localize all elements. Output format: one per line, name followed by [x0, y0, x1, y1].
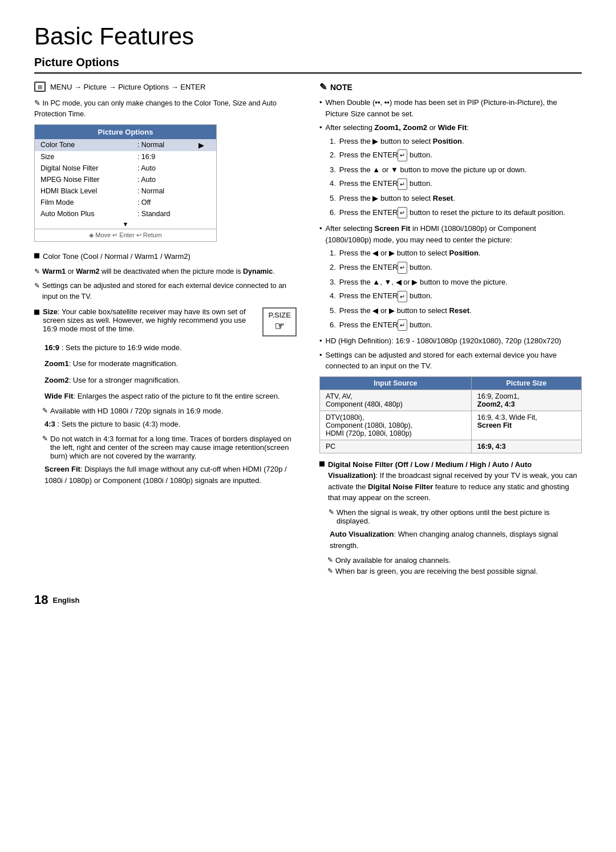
table-row: Digital Noise Filter : Auto — [35, 163, 216, 174]
step-text: Press the ENTER↵ button to reset the pic… — [339, 207, 565, 219]
hd-note-text: Available with HD 1080i / 720p signals i… — [50, 407, 223, 415]
pip-note: • When Double (▪▪, ▪▪) mode has been set… — [319, 97, 582, 119]
table-header-size: Picture Size — [471, 376, 581, 390]
table-cell-arrow — [193, 185, 216, 197]
color-tone-section: Color Tone (Cool / Normal / Warm1 / Warm… — [34, 251, 297, 262]
zoom-step-5: 5.Press the ▶ button to select Reset. — [330, 193, 582, 204]
4-3-note: ✎ Do not watch in 4:3 format for a long … — [42, 435, 297, 460]
input-source: DTV(1080i),Component (1080i, 1080p),HDMI… — [320, 411, 472, 440]
size-zoom2: Zoom2: Use for a stronger magnification. — [44, 375, 297, 386]
hd-note: ✎ Available with HD 1080i / 720p signals… — [42, 407, 297, 415]
input-size-table: Input Source Picture Size ATV, AV,Compon… — [319, 376, 582, 453]
page-title: Basic Features — [34, 23, 582, 50]
table-cell-value: : Standard — [132, 208, 193, 220]
psize-button: P.SIZE ☞ — [262, 307, 297, 336]
pip-note-text: When Double (▪▪, ▪▪) mode has been set i… — [326, 97, 582, 119]
size-4-3: 4:3 : Sets the picture to basic (4:3) mo… — [44, 419, 297, 430]
square-bullet-icon — [319, 461, 325, 466]
screen-fit-heading-text: After selecting Screen Fit in HDMI (1080… — [326, 223, 582, 245]
table-row: Size : 16:9 — [35, 151, 216, 163]
table-cell-label: HDMI Black Level — [35, 185, 132, 197]
table-row: HDMI Black Level : Normal — [35, 185, 216, 197]
pencil-icon: ✎ — [42, 407, 48, 415]
table-cell-arrow: ▶ — [193, 139, 216, 151]
table-cell-value: : Off — [132, 197, 193, 208]
dnf-note: ✎ When the signal is weak, try other opt… — [329, 508, 582, 525]
picture-size: 16:9, 4:3 — [471, 440, 581, 453]
page-number: 18 — [34, 593, 48, 607]
sf-step-5: 5.Press the ◀ or ▶ button to select Rese… — [330, 305, 582, 317]
table-cell-value: : 16:9 — [132, 151, 193, 163]
step-text: Press the ENTER↵ button. — [339, 262, 432, 274]
step-text: Press the ▲ or ▼ button to move the pict… — [339, 164, 527, 176]
auto-viz-note1-text: Only available for analog channels. — [335, 556, 451, 565]
menu-path-text: MENU → Picture → Picture Options → ENTER — [50, 83, 205, 91]
settings-note-text: Settings can be adjusted and stored for … — [326, 350, 582, 372]
pencil-icon: ✎ — [327, 567, 333, 575]
size-zoom1: Zoom1: Use for moderate magnification. — [44, 358, 297, 370]
table-cell-label: MPEG Noise Filter — [35, 174, 132, 185]
pc-mode-note: ✎ In PC mode, you can only make changes … — [34, 98, 297, 120]
color-tone-note2-text: Settings can be adjusted and stored for … — [42, 281, 297, 302]
pencil-icon: ✎ — [34, 281, 40, 291]
auto-viz-note2: ✎ When bar is green, you are receiving t… — [327, 567, 582, 575]
pencil-icon: ✎ — [34, 266, 40, 277]
table-cell-label: Film Mode — [35, 197, 132, 208]
pencil-icon: ✎ — [42, 435, 48, 443]
sf-step-1: 1.Press the ◀ or ▶ button to select Posi… — [330, 248, 582, 259]
section-title: Picture Options — [34, 56, 582, 74]
size-heading: Size: Your cable box/satellite receiver … — [43, 307, 297, 333]
size-16-9: 16:9 : Sets the picture to 16:9 wide mod… — [44, 342, 297, 354]
screen-fit: Screen Fit: Displays the full image with… — [44, 464, 297, 486]
zoom-heading-text: After selecting Zoom1, Zoom2 or Wide Fit… — [326, 122, 469, 133]
picture-size: 16:9, Zoom1,Zoom2, 4:3 — [471, 390, 581, 411]
table-cell-value: : Normal — [132, 185, 193, 197]
sf-step-2: 2.Press the ENTER↵ button. — [330, 262, 582, 274]
table-row: PC 16:9, 4:3 — [320, 440, 582, 453]
table-row: Auto Motion Plus : Standard — [35, 208, 216, 220]
step-text: Press the ENTER↵ button. — [339, 319, 432, 331]
bullet-dot: • — [319, 335, 322, 347]
step-text: Press the ▶ button to select Reset. — [339, 193, 455, 204]
menu-icon: ⊞ — [34, 82, 46, 92]
step-text: Press the ENTER↵ button. — [339, 149, 432, 161]
zoom-steps: 1.Press the ▶ button to select Position.… — [330, 136, 582, 219]
hd-def-note: • HD (High Definition): 16:9 - 1080i/108… — [319, 335, 582, 347]
menu-path: ⊞ MENU → Picture → Picture Options → ENT… — [34, 82, 297, 92]
table-header-source: Input Source — [320, 376, 472, 390]
pencil-icon: ✎ — [327, 556, 333, 564]
picture-options-footer: ◈ Move ↵ Enter ↩ Return — [35, 229, 216, 241]
auto-viz-note2-text: When bar is green, you are receiving the… — [335, 567, 538, 575]
pencil-icon: ✎ — [329, 508, 334, 516]
step-text: Press the ▲, ▼, ◀ or ▶ button to move th… — [339, 277, 508, 288]
dnf-note-text: When the signal is weak, try other optio… — [337, 508, 582, 525]
zoom-step-3: 3.Press the ▲ or ▼ button to move the pi… — [330, 164, 582, 176]
color-tone-note2: ✎ Settings can be adjusted and stored fo… — [34, 281, 297, 302]
picture-options-table: Color Tone : Normal ▶ Size : 16:9 Digita… — [35, 139, 216, 229]
input-source: ATV, AV,Component (480i, 480p) — [320, 390, 472, 411]
table-cell-arrow — [193, 174, 216, 185]
screen-fit-heading: • After selecting Screen Fit in HDMI (10… — [319, 223, 582, 245]
note-header: NOTE — [319, 82, 582, 92]
sf-step-3: 3.Press the ▲, ▼, ◀ or ▶ button to move … — [330, 277, 582, 288]
bullet-dot: • — [319, 223, 322, 234]
right-column: NOTE • When Double (▪▪, ▪▪) mode has bee… — [319, 82, 582, 575]
sf-step-6: 6.Press the ENTER↵ button. — [330, 319, 582, 331]
zoom-heading: • After selecting Zoom1, Zoom2 or Wide F… — [319, 122, 582, 133]
square-bullet-icon — [34, 253, 39, 258]
picture-options-box-title: Picture Options — [35, 125, 216, 139]
table-cell-value: : Auto — [132, 163, 193, 174]
sf-step-4: 4.Press the ENTER↵ button. — [330, 290, 582, 302]
table-cell-arrow — [193, 163, 216, 174]
zoom-step-4: 4.Press the ENTER↵ button. — [330, 178, 582, 190]
input-source: PC — [320, 440, 472, 453]
size-wide-fit: Wide Fit: Enlarges the aspect ratio of t… — [44, 391, 297, 402]
table-row-more: ▼ — [35, 220, 216, 229]
4-3-note-text: Do not watch in 4:3 format for a long ti… — [50, 435, 297, 460]
table-cell-arrow — [193, 197, 216, 208]
table-cell-label: Digital Noise Filter — [35, 163, 132, 174]
table-cell-label: Size — [35, 151, 132, 163]
table-row: DTV(1080i),Component (1080i, 1080p),HDMI… — [320, 411, 582, 440]
step-text: Press the ▶ button to select Position. — [339, 136, 464, 147]
dnf-section: Digital Noise Filter (Off / Low / Medium… — [319, 459, 582, 504]
